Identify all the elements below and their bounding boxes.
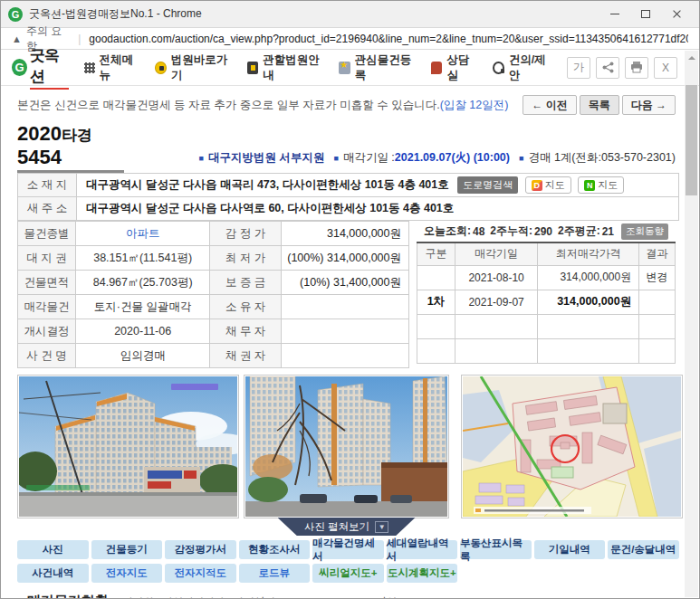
view-trend-button[interactable]: 조회동향 bbox=[621, 223, 668, 240]
vertical-scrollbar[interactable] bbox=[685, 51, 698, 597]
url-bar[interactable]: ▲ 주의 요함 | goodauction.com/auction/ca_vie… bbox=[1, 28, 699, 50]
nav-item-court-shortcut[interactable]: 법원바로가기 bbox=[155, 52, 232, 83]
court-name[interactable]: 대구지방법원 서부지원 bbox=[208, 150, 324, 166]
household-list-button[interactable]: 세대열람내역서 bbox=[387, 540, 458, 559]
close-page-button[interactable]: X bbox=[654, 57, 677, 79]
view-stats: 오늘조회:48 2주누적:290 2주평균:21 조회동향 bbox=[417, 221, 676, 242]
property-type: 아파트 bbox=[76, 222, 210, 246]
naver-map-button[interactable]: N지도 bbox=[578, 176, 624, 194]
nav-item-label: 건의/제안 bbox=[509, 52, 551, 83]
nav-item-all-menu[interactable]: 전체메뉴 bbox=[83, 52, 139, 83]
deposit: (10%) 31,400,000원 bbox=[282, 271, 409, 295]
doc-button-row-2: 사건내역 전자지도 전자지적도 로드뷰 씨리얼지도+ 도시계획지도+ bbox=[17, 564, 676, 583]
col-header: 구분 bbox=[417, 242, 455, 265]
window-title: 굿옥션-법원경매정보No.1 - Chrome bbox=[29, 6, 599, 22]
photo-expand-label: 사진 펼쳐보기 bbox=[304, 520, 369, 534]
nav-item-court-info[interactable]: 관할법원안내 bbox=[247, 52, 324, 83]
status-survey-button[interactable]: 현황조사서 bbox=[239, 540, 311, 559]
row-label: 대 지 권 bbox=[18, 246, 76, 271]
apartment-link[interactable]: 아파트 bbox=[126, 227, 160, 240]
page-content: 본건은 신건으로 매각물건명세 등 자료 추가 중으로 일부 자료가 미흡할 수… bbox=[1, 86, 699, 599]
minimize-button[interactable] bbox=[599, 3, 630, 26]
nav-item-label: 관할법원안내 bbox=[263, 52, 323, 83]
two-week-total: 290 bbox=[534, 225, 552, 238]
price-cell: 314,000,000원 bbox=[538, 290, 639, 314]
table-row bbox=[417, 338, 676, 363]
photos-button[interactable]: 사진 bbox=[17, 540, 89, 559]
photo-strip bbox=[17, 375, 676, 518]
share-button[interactable] bbox=[596, 57, 619, 79]
nav-item-suggest[interactable]: 건의/제안 bbox=[493, 52, 551, 83]
owner-value bbox=[282, 295, 409, 319]
bullet-icon: ■ bbox=[199, 154, 204, 163]
building-registry-button[interactable]: 건물등기 bbox=[91, 540, 163, 559]
scroll-up-arrow-icon[interactable] bbox=[685, 51, 698, 64]
seereal-map-button[interactable]: 씨리얼지도+ bbox=[312, 564, 384, 583]
appraisal-report-button[interactable]: 감정평가서 bbox=[165, 540, 236, 559]
property-list-button[interactable]: 부동산표시목록 bbox=[460, 540, 532, 559]
nav-item-label: 관심물건등록 bbox=[355, 52, 416, 83]
road-view-button[interactable]: 로드뷰 bbox=[239, 564, 311, 583]
site-logo[interactable]: G 굿옥션 bbox=[12, 45, 69, 90]
case-history-button[interactable]: 사건내역 bbox=[17, 564, 89, 583]
document-delivery-button[interactable]: 문건/송달내역 bbox=[608, 540, 679, 559]
row-label: 채 무 자 bbox=[210, 319, 282, 344]
table-header-row: 구분 매각기일 최저매각가격 결과 bbox=[417, 242, 676, 265]
photo-apartment-2[interactable] bbox=[244, 375, 449, 518]
warning-icon: ▲ bbox=[12, 33, 22, 44]
row-label: 물건종별 bbox=[18, 222, 76, 246]
table-row: 건물면적 84.967㎡(25.703평) 보 증 금 (10%) 31,400… bbox=[18, 271, 409, 295]
price-cell bbox=[538, 338, 639, 363]
maximize-button[interactable] bbox=[630, 3, 661, 26]
close-button[interactable] bbox=[661, 3, 692, 26]
sale-object: 토지·건물 일괄매각 bbox=[76, 295, 210, 319]
case-header: 2020타경5454 ■ 대구지방법원 서부지원 ■ 매각기일 : 2021.0… bbox=[17, 122, 676, 173]
url-text[interactable]: goodauction.com/auction/ca_view.php?prod… bbox=[89, 33, 688, 45]
debtor-value bbox=[282, 319, 409, 344]
start-decision-date: 2020-11-06 bbox=[76, 319, 210, 344]
today-views-label: 오늘조회: bbox=[424, 223, 471, 239]
naver-map-icon: N bbox=[584, 180, 595, 191]
result-cell: 변경 bbox=[639, 265, 676, 290]
nav-item-consult[interactable]: 상담실 bbox=[431, 52, 477, 83]
speech-bubble-icon bbox=[431, 62, 442, 74]
date-cell bbox=[455, 338, 538, 363]
round-cell: 1차 bbox=[417, 290, 455, 314]
e-cadastral-map-button[interactable]: 전자지적도 bbox=[165, 564, 236, 583]
nav-item-watchlist[interactable]: 관심물건등록 bbox=[339, 52, 416, 83]
sale-specification-button[interactable]: 매각물건명세서 bbox=[312, 540, 384, 559]
date-history-button[interactable]: 기일내역 bbox=[534, 540, 606, 559]
auction-dept: 경매 1계(전화:053-570-2301) bbox=[528, 150, 676, 166]
headset-icon bbox=[493, 62, 504, 74]
photo-cadastral-map[interactable] bbox=[461, 375, 683, 518]
location-value: 대구광역시 달성군 다사읍 매곡리 473, 다사이편한세상 101동 4층 4… bbox=[77, 174, 679, 197]
status-section-subtitle: ( 감정원 : 경일감정평가 / 가격시점 : 2020.12.01 / 보존등… bbox=[116, 595, 464, 599]
road-name-search-button[interactable]: 도로명검색 bbox=[457, 176, 518, 194]
land-right: 38.151㎡(11.541평) bbox=[76, 246, 210, 271]
bullet-icon: ■ bbox=[519, 154, 523, 163]
appraisal-price: 314,000,000원 bbox=[282, 222, 409, 246]
logo-g-icon: G bbox=[12, 59, 27, 76]
next-button[interactable]: 다음 → bbox=[622, 95, 676, 115]
font-size-button[interactable]: 가 bbox=[567, 57, 590, 79]
new-address-label: 새 주 소 bbox=[18, 197, 77, 221]
table-row bbox=[417, 314, 676, 338]
photo-apartment-1[interactable] bbox=[17, 375, 239, 518]
col-header: 결과 bbox=[639, 242, 676, 265]
logo-text: 굿옥션 bbox=[30, 45, 69, 90]
schedule-panel: 오늘조회:48 2주누적:290 2주평균:21 조회동향 구분 매각기일 최저… bbox=[417, 221, 676, 364]
table-row: 매각물건 토지·건물 일괄매각 소 유 자 bbox=[18, 295, 409, 319]
daum-map-button[interactable]: D지도 bbox=[525, 176, 571, 194]
print-button[interactable] bbox=[625, 57, 648, 79]
two-week-total-label: 2주누적: bbox=[490, 223, 532, 239]
notice-row: 본건은 신건으로 매각물건명세 등 자료 추가 중으로 일부 자료가 미흡할 수… bbox=[17, 95, 676, 115]
e-map-button[interactable]: 전자지도 bbox=[91, 564, 163, 583]
prev-button[interactable]: ← 이전 bbox=[523, 95, 576, 115]
photo-expand-button[interactable]: 사진 펼쳐보기 ▼ bbox=[278, 518, 416, 536]
row-label: 매각물건 bbox=[18, 295, 76, 319]
city-plan-map-button[interactable]: 도시계획지도+ bbox=[387, 564, 458, 583]
table-row: 개시결정 2020-11-06 채 무 자 bbox=[18, 319, 409, 344]
list-button[interactable]: 목록 bbox=[580, 95, 619, 115]
scrollbar-thumb[interactable] bbox=[686, 85, 697, 195]
browser-window: G 굿옥션-법원경매정보No.1 - Chrome ▲ 주의 요함 | good… bbox=[0, 0, 700, 599]
